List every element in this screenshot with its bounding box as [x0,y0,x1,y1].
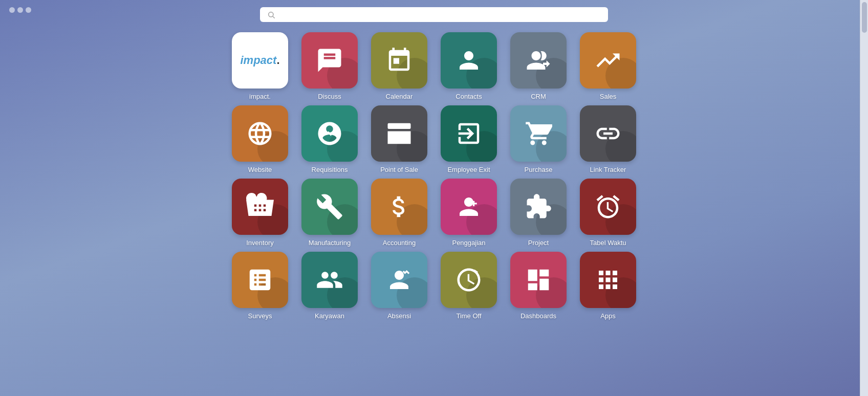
app-label-manufacturing: Manufacturing [309,239,351,247]
app-icon-dashboards [510,252,567,308]
app-tile-employee-exit[interactable]: Employee Exit [438,105,500,173]
apps-icon [594,266,622,294]
apps-grid: impact.impact.DiscussCalendarContactsCRM… [0,27,868,330]
svg-point-0 [269,12,273,16]
app-label-apps: Apps [600,312,616,320]
app-icon-accounting [371,179,427,235]
app-icon-employee-exit [441,105,497,162]
employee-exit-icon [455,120,483,147]
crm-icon [525,47,552,74]
app-icon-purchase [510,105,567,162]
dot-3 [26,7,31,13]
accounting-icon [385,193,413,221]
app-label-requisitions: Requisitions [312,166,348,173]
app-tile-discuss[interactable]: Discuss [299,32,360,100]
app-label-time-off: Time Off [456,312,481,320]
app-tile-impact[interactable]: impact.impact. [229,32,291,100]
app-label-point-of-sale: Point of Sale [380,166,418,173]
top-bar [0,0,868,27]
scrollbar-thumb[interactable] [862,2,867,33]
app-icon-tabel-waktu [580,179,636,235]
surveys-icon [246,266,274,294]
website-icon [246,120,274,147]
app-tile-sales[interactable]: Sales [577,32,639,100]
dot-1 [9,7,15,13]
app-label-discuss: Discuss [318,93,341,100]
time-off-icon [455,266,483,294]
app-icon-inventory [232,179,288,235]
app-icon-sales [580,32,636,89]
app-tile-purchase[interactable]: Purchase [508,105,569,173]
dashboards-icon [525,266,552,294]
app-tile-apps[interactable]: Apps [577,252,639,320]
app-icon-crm [510,32,567,89]
app-label-contacts: Contacts [455,93,482,100]
app-icon-website [232,105,288,162]
app-tile-karyawan[interactable]: Karyawan [299,252,360,320]
app-tile-link-tracker[interactable]: Link Tracker [577,105,639,173]
app-label-accounting: Accounting [383,239,416,247]
calendar-icon [385,47,413,74]
app-tile-project[interactable]: Project [508,179,569,247]
app-tile-absensi[interactable]: Absensi [368,252,430,320]
inventory-icon [246,193,274,221]
app-tile-crm[interactable]: CRM [508,32,569,100]
app-icon-apps [580,252,636,308]
app-tile-contacts[interactable]: Contacts [438,32,500,100]
svg-line-1 [273,16,275,18]
search-icon [267,11,275,19]
purchase-icon [525,120,552,147]
app-label-absensi: Absensi [387,312,411,320]
apps-row-2: InventoryManufacturingAccountingPenggaji… [229,179,639,247]
tabel-waktu-icon [594,193,622,221]
app-tile-requisitions[interactable]: Requisitions [299,105,360,173]
karyawan-icon [316,266,343,294]
app-label-penggajian: Penggajian [452,239,485,247]
app-label-karyawan: Karyawan [315,312,344,320]
requisitions-icon [316,120,343,147]
absensi-icon [385,266,413,294]
app-label-impact: impact. [249,93,271,100]
app-icon-discuss [301,32,358,89]
contacts-icon [455,47,483,74]
apps-row-3: SurveysKaryawanAbsensiTime OffDashboards… [229,252,639,320]
app-icon-karyawan [301,252,358,308]
app-icon-time-off [441,252,497,308]
app-label-project: Project [528,239,549,247]
app-label-employee-exit: Employee Exit [447,166,490,173]
link-tracker-icon [594,120,622,147]
app-tile-website[interactable]: Website [229,105,291,173]
app-label-dashboards: Dashboards [520,312,556,320]
app-icon-surveys [232,252,288,308]
app-label-purchase: Purchase [525,166,553,173]
app-tile-surveys[interactable]: Surveys [229,252,291,320]
search-input[interactable] [279,10,601,19]
scrollbar[interactable] [860,0,868,396]
app-label-calendar: Calendar [386,93,413,100]
app-tile-dashboards[interactable]: Dashboards [508,252,569,320]
app-tile-calendar[interactable]: Calendar [368,32,430,100]
app-tile-tabel-waktu[interactable]: Tabel Waktu [577,179,639,247]
svg-rect-2 [388,123,411,129]
app-tile-accounting[interactable]: Accounting [368,179,430,247]
apps-row-1: WebsiteRequisitionsPoint of SaleEmployee… [229,105,639,173]
app-label-link-tracker: Link Tracker [590,166,626,173]
app-tile-penggajian[interactable]: Penggajian [438,179,500,247]
manufacturing-icon [316,193,343,221]
app-label-surveys: Surveys [248,312,272,320]
app-tile-manufacturing[interactable]: Manufacturing [299,179,360,247]
app-label-website: Website [248,166,272,173]
impact-logo: impact. [240,54,279,67]
app-icon-point-of-sale [371,105,427,162]
app-label-tabel-waktu: Tabel Waktu [590,239,626,247]
sales-icon [594,47,622,74]
app-tile-point-of-sale[interactable]: Point of Sale [368,105,430,173]
project-icon [525,193,552,221]
app-icon-impact: impact. [232,32,288,89]
app-label-sales: Sales [600,93,617,100]
app-tile-time-off[interactable]: Time Off [438,252,500,320]
penggajian-icon [455,193,483,221]
discuss-icon [316,47,343,74]
app-tile-inventory[interactable]: Inventory [229,179,291,247]
app-label-crm: CRM [531,93,546,100]
